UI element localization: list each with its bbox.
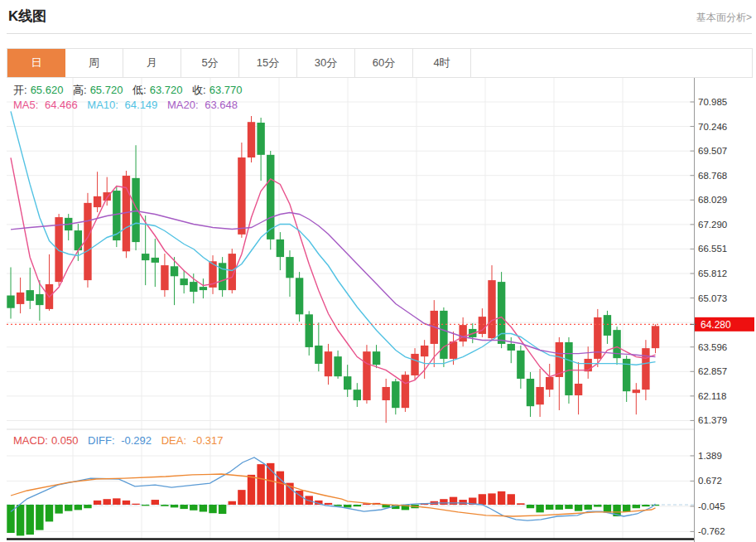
kline-chart[interactable]: 64.28070.98570.24669.50768.76868.02967.2… (0, 0, 756, 542)
candle-body (565, 342, 572, 395)
candle-body (7, 296, 14, 308)
ohlc-row: 开:65.620 高:65.720 低:63.720 收:63.770 (13, 83, 248, 98)
macd-bar (459, 500, 466, 505)
candle-body (36, 294, 43, 305)
macd-bar (508, 494, 515, 505)
candle-body (94, 196, 101, 207)
candle-body (257, 123, 264, 155)
candle-body (392, 381, 399, 408)
macd-bar (536, 505, 543, 512)
fundamental-analysis-link[interactable]: 基本面分析> (696, 11, 752, 25)
candles (7, 116, 659, 423)
open-value: 65.620 (31, 84, 64, 96)
ma-row: MA5: 64.466 MA10: 64.149 MA20: 63.648 (13, 99, 244, 111)
macd-bar (94, 501, 101, 505)
macd-bar (354, 505, 361, 506)
tab-5分[interactable]: 5分 (181, 49, 239, 77)
y-axis-label: 62.857 (698, 366, 727, 376)
candle-body (334, 356, 341, 376)
open-label: 开: (13, 84, 27, 96)
candle-body (402, 375, 409, 408)
diff-label: DIFF: (88, 434, 115, 447)
macd-bar (26, 505, 34, 535)
macd-bar (219, 505, 226, 514)
tab-60分[interactable]: 60分 (355, 49, 413, 77)
candle-body (200, 287, 207, 290)
macd-bar (104, 499, 111, 505)
ma10-label: MA10: (87, 99, 118, 111)
y-axis-label: 68.768 (698, 171, 727, 181)
candle-body (26, 290, 34, 301)
macd-bar (152, 500, 159, 505)
macd-bar (546, 505, 553, 510)
candle-body (382, 387, 389, 400)
candle-body (180, 278, 187, 285)
candle-body (363, 351, 370, 400)
y-axis-label: 70.246 (698, 122, 727, 132)
tab-bar: 日周月5分15分30分60分4时 (7, 48, 753, 78)
y-axis-label: 65.073 (698, 293, 727, 303)
candle-body (296, 278, 303, 314)
ma5-label: MA5: (13, 99, 38, 111)
y-axis-label: 62.118 (698, 391, 726, 401)
candle-body (517, 351, 524, 379)
candle-body (190, 282, 197, 292)
current-price-value: 64.280 (701, 319, 731, 331)
candle-body (604, 315, 611, 336)
candle-body (277, 240, 284, 257)
candle-body (488, 280, 495, 338)
macd-bar (238, 490, 245, 505)
macd-bar (17, 505, 24, 535)
y-axis-label: 63.596 (698, 342, 727, 352)
macd-bar (200, 505, 207, 512)
tab-4时[interactable]: 4时 (413, 49, 471, 77)
macd-bar (488, 493, 495, 505)
macd-bar (334, 505, 341, 506)
candle-body (556, 342, 563, 377)
page-title: K线图 (8, 7, 46, 26)
candle-body (267, 155, 274, 240)
macd-bar (180, 505, 187, 509)
macd-bar (604, 505, 611, 512)
low-label: 低: (132, 84, 147, 96)
tab-30分[interactable]: 30分 (297, 49, 355, 77)
y-axis: 70.98570.24669.50768.76868.02967.29066.5… (691, 78, 728, 542)
y-axis-label: 70.985 (698, 97, 727, 107)
macd-bar (229, 501, 236, 505)
candle-body (633, 390, 640, 393)
candle-body (325, 351, 332, 376)
macd-bar (161, 505, 168, 506)
candle-body (113, 191, 120, 240)
macd-bar (75, 505, 82, 510)
tab-日[interactable]: 日 (7, 49, 65, 77)
macd-bar (171, 505, 178, 507)
candle-body (55, 217, 62, 282)
macd-value: 0.050 (51, 434, 79, 447)
candle-body (450, 341, 457, 359)
macd-bar (248, 475, 255, 505)
tab-15分[interactable]: 15分 (239, 49, 297, 77)
candle-body (17, 293, 24, 304)
close-label: 收: (192, 84, 206, 96)
macd-bar (642, 505, 649, 506)
macd-bar (132, 504, 139, 505)
candle-body (286, 257, 293, 278)
grid (7, 78, 694, 539)
macd-bar (65, 505, 72, 511)
macd-bar (257, 464, 264, 505)
candle-body (171, 266, 178, 276)
candle-body (238, 157, 245, 235)
y-axis-label: 68.029 (698, 195, 727, 205)
macd-bar (585, 505, 592, 510)
macd-bar (517, 503, 524, 505)
macd-bar (36, 505, 43, 530)
tab-周[interactable]: 周 (65, 49, 123, 77)
candle-body (248, 122, 255, 157)
candle-body (575, 384, 582, 395)
dea-line (11, 474, 656, 516)
tab-月[interactable]: 月 (123, 49, 181, 77)
candle-body (132, 178, 139, 242)
macd-bar (498, 491, 505, 505)
candle-body (161, 265, 168, 290)
macd-bar (575, 505, 582, 511)
